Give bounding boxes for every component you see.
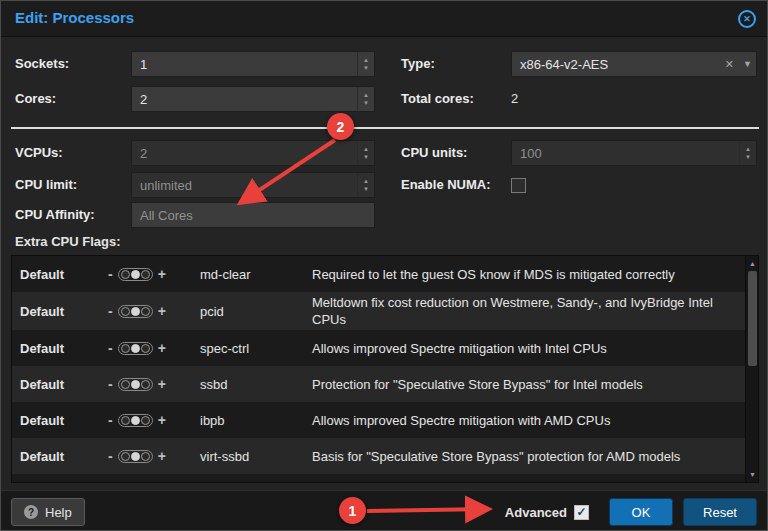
slider-track[interactable] <box>118 414 153 427</box>
flag-name: md-clear <box>200 267 312 282</box>
cores-spin-buttons[interactable]: ▲ ▼ <box>357 87 374 111</box>
slider-track[interactable] <box>118 268 153 281</box>
cpu-limit-spin-buttons: ▲ ▼ <box>357 173 374 197</box>
sockets-value: 1 <box>140 57 147 72</box>
cpu-affinity-field[interactable] <box>131 202 375 228</box>
cpu-units-label: CPU units: <box>401 140 467 166</box>
spinner-down-icon[interactable]: ▼ <box>363 65 369 71</box>
slider-plus-icon[interactable]: + <box>158 412 166 428</box>
flag-name: ibpb <box>200 413 312 428</box>
type-combo-icons: ✕ ▼ <box>725 52 752 76</box>
table-row: Default - + ibpb Allows improved Spectre… <box>12 402 747 438</box>
slider-dot <box>141 416 150 425</box>
chevron-down-icon[interactable]: ▼ <box>743 59 752 69</box>
flag-tristate-slider[interactable]: - + <box>108 376 200 392</box>
slider-knob[interactable] <box>131 307 140 316</box>
scroll-up-icon[interactable]: ▲ <box>746 257 759 270</box>
slider-dot <box>121 416 130 425</box>
enable-numa-label: Enable NUMA: <box>401 172 491 198</box>
close-x-glyph: ✕ <box>743 14 751 24</box>
slider-minus-icon[interactable]: - <box>108 266 113 282</box>
help-button[interactable]: ? Help <box>11 498 85 526</box>
ok-button[interactable]: OK <box>609 498 673 526</box>
vertical-scrollbar[interactable]: ▲ ▼ <box>745 256 758 482</box>
slider-minus-icon[interactable]: - <box>108 340 113 356</box>
flag-tristate-slider[interactable]: - + <box>108 303 200 319</box>
flag-description: Protection for "Speculative Store Bypass… <box>312 376 747 393</box>
advanced-label: Advanced <box>505 505 567 520</box>
slider-knob[interactable] <box>131 452 140 461</box>
clear-icon[interactable]: ✕ <box>725 58 734 71</box>
cores-spinner[interactable]: 2 ▲ ▼ <box>131 86 375 112</box>
dialog-title: Edit: Processors <box>15 9 134 26</box>
scrollbar-thumb[interactable] <box>748 271 757 366</box>
spinner-up-icon: ▲ <box>745 146 751 152</box>
flag-tristate-slider[interactable]: - + <box>108 448 200 464</box>
spinner-down-icon: ▼ <box>745 154 751 160</box>
type-combobox[interactable]: x86-64-v2-AES ✕ ▼ <box>511 51 757 77</box>
slider-plus-icon[interactable]: + <box>158 448 166 464</box>
slider-dot <box>121 380 130 389</box>
flag-description: Allows improved Spectre mitigation with … <box>312 412 747 429</box>
cores-value: 2 <box>140 92 147 107</box>
slider-minus-icon[interactable]: - <box>108 376 113 392</box>
flag-name: spec-ctrl <box>200 341 312 356</box>
sockets-spin-buttons[interactable]: ▲ ▼ <box>357 52 374 76</box>
flag-state-label: Default <box>12 341 108 356</box>
slider-track[interactable] <box>118 305 153 318</box>
slider-track[interactable] <box>118 378 153 391</box>
slider-minus-icon[interactable]: - <box>108 303 113 319</box>
spinner-down-icon: ▼ <box>363 186 369 192</box>
slider-track[interactable] <box>118 342 153 355</box>
vcpus-spinner: 2 ▲ ▼ <box>131 140 375 166</box>
table-row: Default - + spec-ctrl Allows improved Sp… <box>12 330 747 366</box>
cpu-affinity-input[interactable] <box>140 208 366 223</box>
slider-plus-icon[interactable]: + <box>158 340 166 356</box>
flag-description: Basis for "Speculative Store Bypass" pro… <box>312 448 747 465</box>
spinner-up-icon: ▲ <box>363 178 369 184</box>
flag-name: pcid <box>200 304 312 319</box>
slider-dot <box>121 452 130 461</box>
enable-numa-checkbox[interactable] <box>511 178 526 193</box>
slider-plus-icon[interactable]: + <box>158 376 166 392</box>
cpu-units-spinner: 100 ▲ ▼ <box>511 140 757 166</box>
total-cores-value: 2 <box>511 86 518 112</box>
reset-button[interactable]: Reset <box>683 498 757 526</box>
sockets-spinner[interactable]: 1 ▲ ▼ <box>131 51 375 77</box>
slider-knob[interactable] <box>131 344 140 353</box>
flag-tristate-slider[interactable]: - + <box>108 340 200 356</box>
flag-tristate-slider[interactable]: - + <box>108 412 200 428</box>
spinner-down-icon: ▼ <box>363 154 369 160</box>
slider-dot <box>141 344 150 353</box>
slider-minus-icon[interactable]: - <box>108 448 113 464</box>
spinner-up-icon[interactable]: ▲ <box>363 57 369 63</box>
check-icon: ✓ <box>576 505 586 519</box>
close-icon[interactable]: ✕ <box>738 10 756 28</box>
slider-track[interactable] <box>118 450 153 463</box>
edit-processors-dialog: Edit: Processors ✕ Sockets: 1 ▲ ▼ Type: … <box>0 0 768 531</box>
flag-description: Meltdown fix cost reduction on Westmere,… <box>312 294 747 328</box>
advanced-toggle-group: Advanced ✓ <box>505 505 589 520</box>
cpu-limit-value: unlimited <box>140 178 192 193</box>
spinner-down-icon[interactable]: ▼ <box>363 100 369 106</box>
slider-minus-icon[interactable]: - <box>108 412 113 428</box>
slider-knob[interactable] <box>131 416 140 425</box>
spinner-up-icon[interactable]: ▲ <box>363 92 369 98</box>
slider-knob[interactable] <box>131 270 140 279</box>
slider-knob[interactable] <box>131 380 140 389</box>
scroll-down-icon[interactable]: ▼ <box>746 468 759 481</box>
help-icon: ? <box>24 505 38 519</box>
table-row: Default - + ssbd Protection for "Specula… <box>12 366 747 402</box>
slider-plus-icon[interactable]: + <box>158 303 166 319</box>
flag-state-label: Default <box>12 267 108 282</box>
vcpus-spin-buttons: ▲ ▼ <box>357 141 374 165</box>
table-row: Default - + virt-ssbd Basis for "Specula… <box>12 438 747 474</box>
cpu-limit-spinner: unlimited ▲ ▼ <box>131 172 375 198</box>
flag-tristate-slider[interactable]: - + <box>108 266 200 282</box>
advanced-checkbox[interactable]: ✓ <box>574 505 589 520</box>
slider-plus-icon[interactable]: + <box>158 266 166 282</box>
table-row: Default - + pcid Meltdown fix cost reduc… <box>12 292 747 330</box>
help-button-label: Help <box>45 505 72 520</box>
ok-button-label: OK <box>632 505 651 520</box>
footer-actions: Advanced ✓ OK Reset <box>505 498 757 526</box>
